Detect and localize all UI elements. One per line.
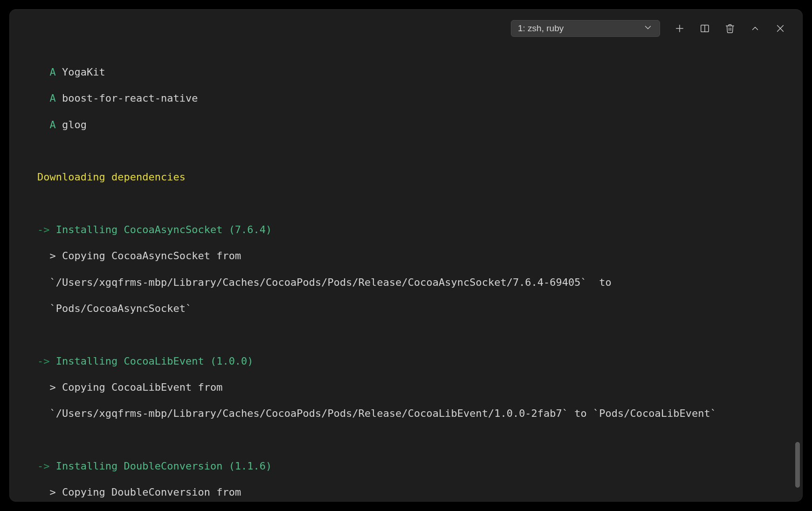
path-cache: `/Users/xgqfrms-mbp/Library/Caches/Cocoa… (50, 407, 569, 419)
close-panel-button[interactable] (775, 23, 786, 34)
pkg-name: CocoaAsyncSocket (111, 250, 210, 262)
from-word: from (216, 250, 241, 262)
arrow: -> (37, 355, 50, 367)
terminal-scrollbar[interactable] (794, 41, 801, 502)
status-mark: A (50, 119, 56, 131)
pkg-version: (1.0.0) (210, 355, 254, 367)
status-mark: A (50, 66, 56, 78)
pkg-name: CocoaLibEvent (111, 381, 192, 393)
path-dest: `Pods/CocoaAsyncSocket` (50, 303, 192, 314)
pod-name: boost-for-react-native (62, 92, 198, 104)
arrow: -> (37, 224, 50, 235)
path-dest: `Pods/CocoaLibEvent` (593, 407, 716, 419)
gt: > (50, 486, 56, 498)
pkg-version: (1.1.6) (229, 460, 272, 472)
split-terminal-button[interactable] (699, 23, 710, 34)
terminal-window: 1: zsh, ruby A YogaKit A boost-for-react… (9, 9, 803, 502)
section-heading: Downloading dependencies (37, 171, 186, 183)
maximize-panel-button[interactable] (750, 23, 761, 34)
copy-word: Copying (62, 250, 105, 262)
terminal-toolbar: 1: zsh, ruby (9, 12, 803, 41)
status-mark: A (50, 92, 56, 104)
terminal-output[interactable]: A YogaKit A boost-for-react-native A glo… (9, 41, 803, 502)
pkg-name: CocoaAsyncSocket (124, 224, 222, 235)
path-cache: `/Users/xgqfrms-mbp/Library/Caches/Cocoa… (50, 276, 587, 288)
copy-word: Copying (62, 486, 105, 498)
copy-word: Copying (62, 381, 105, 393)
terminal-selector-label: 1: zsh, ruby (518, 23, 564, 34)
to-word: to (574, 407, 587, 419)
from-word: from (198, 381, 222, 393)
arrow: -> (37, 460, 50, 472)
pkg-version: (7.6.4) (229, 224, 272, 235)
gt: > (50, 250, 56, 262)
pod-name: YogaKit (62, 66, 105, 78)
kill-terminal-button[interactable] (724, 23, 736, 34)
chevron-down-icon (643, 22, 653, 35)
install-word: Installing (56, 460, 117, 472)
pkg-name: DoubleConversion (111, 486, 210, 498)
from-word: from (216, 486, 241, 498)
pkg-name: DoubleConversion (124, 460, 222, 472)
install-word: Installing (56, 224, 117, 235)
terminal-area: A YogaKit A boost-for-react-native A glo… (9, 41, 803, 502)
to-word: to (599, 276, 612, 288)
new-terminal-button[interactable] (674, 23, 685, 34)
terminal-scrollbar-thumb[interactable] (795, 442, 800, 488)
gt: > (50, 381, 56, 393)
terminal-selector-dropdown[interactable]: 1: zsh, ruby (511, 20, 660, 37)
install-word: Installing (56, 355, 117, 367)
pkg-name: CocoaLibEvent (124, 355, 204, 367)
pod-name: glog (62, 119, 87, 131)
